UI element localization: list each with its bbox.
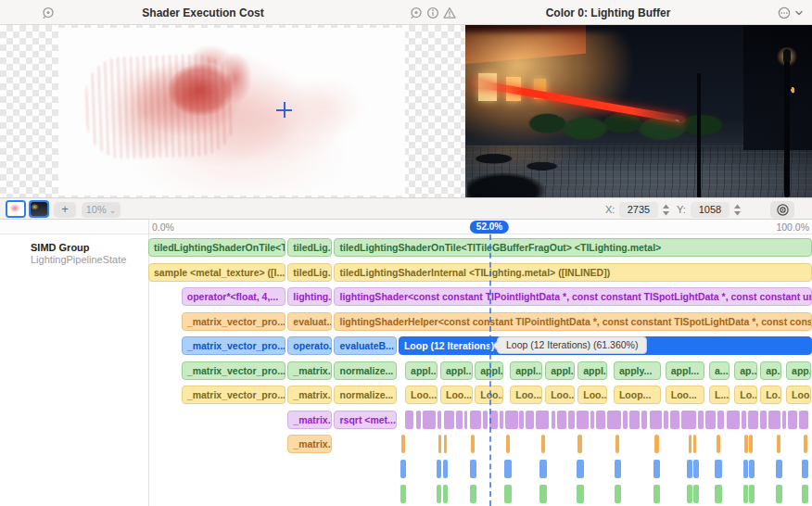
flame-sliver[interactable]: [715, 485, 721, 503]
flame-sliver[interactable]: [470, 411, 481, 429]
flame-sliver[interactable]: [715, 460, 721, 478]
flame-sliver[interactable]: [689, 435, 692, 453]
flame-sliver[interactable]: [519, 411, 523, 429]
flame-sliver[interactable]: [437, 485, 441, 503]
flame-sliver[interactable]: [804, 435, 807, 453]
playhead-percent-badge[interactable]: 52.0%: [470, 221, 509, 234]
flame-segment[interactable]: _matrix_vector_pro...: [182, 386, 285, 404]
flame-sliver[interactable]: [464, 411, 468, 429]
flame-sliver[interactable]: [470, 485, 476, 503]
flame-segment[interactable]: appl...: [577, 361, 607, 380]
flame-sliver[interactable]: [654, 435, 658, 453]
flame-segment[interactable]: app...: [786, 361, 811, 380]
flame-sliver[interactable]: [641, 411, 647, 429]
flame-segment[interactable]: appl...: [510, 361, 542, 380]
flame-sliver[interactable]: [483, 411, 488, 429]
flame-segment[interactable]: tiledLig...: [287, 263, 332, 282]
flame-segment[interactable]: appl...: [666, 361, 704, 380]
flame-segment[interactable]: apply...: [614, 361, 661, 380]
flame-segment[interactable]: tiledLightingShaderOnTile<TI...: [148, 238, 285, 257]
flame-sliver[interactable]: [444, 435, 448, 453]
flame-sliver[interactable]: [405, 411, 413, 429]
flame-sliver[interactable]: [577, 435, 582, 453]
flame-sliver[interactable]: [749, 460, 755, 478]
flame-sliver[interactable]: [423, 411, 436, 429]
flame-segment[interactable]: tiledLig...: [287, 238, 332, 257]
flame-sliver[interactable]: [776, 460, 783, 478]
flame-segment[interactable]: lighting...: [287, 287, 332, 306]
flame-segment[interactable]: _matrix...: [287, 386, 332, 404]
flame-sliver[interactable]: [681, 411, 696, 429]
flame-segment[interactable]: rsqrt <met...: [334, 411, 396, 429]
flame-segment[interactable]: Lo...: [760, 386, 781, 404]
flame-segment[interactable]: L...: [709, 386, 730, 404]
flame-sliver[interactable]: [768, 411, 780, 429]
flame-segment[interactable]: evaluateB...: [334, 336, 396, 355]
flame-sliver[interactable]: [615, 435, 619, 453]
flame-segment[interactable]: _matrix...: [287, 435, 332, 453]
y-coordinate-field[interactable]: 1058: [691, 202, 730, 218]
playhead-line[interactable]: [489, 234, 491, 506]
flame-sliver[interactable]: [760, 411, 766, 429]
loupe-icon[interactable]: [409, 6, 424, 20]
flame-segment[interactable]: _matrix...: [287, 411, 332, 429]
flame-sliver[interactable]: [670, 411, 679, 429]
flame-sliver[interactable]: [504, 460, 511, 478]
flame-sliver[interactable]: [416, 411, 421, 429]
flame-sliver[interactable]: [687, 460, 692, 478]
flame-segment[interactable]: Loo...: [405, 386, 438, 404]
warning-icon[interactable]: [442, 6, 457, 20]
flame-sliver[interactable]: [623, 411, 628, 429]
flame-sliver[interactable]: [443, 460, 448, 478]
flame-sliver[interactable]: [596, 411, 604, 429]
flame-sliver[interactable]: [539, 485, 546, 503]
flame-segment[interactable]: sample <metal_texture> ([I...: [148, 263, 285, 282]
flame-sliver[interactable]: [687, 485, 692, 503]
flame-segment[interactable]: Loo...: [545, 386, 575, 404]
flame-sliver[interactable]: [505, 411, 518, 429]
flame-segment[interactable]: operator*<float, 4,...: [182, 287, 285, 306]
flame-sliver[interactable]: [568, 411, 574, 429]
flame-segment[interactable]: normalize...: [334, 386, 396, 404]
flame-sliver[interactable]: [802, 485, 808, 503]
flame-segment[interactable]: Loop...: [614, 386, 661, 404]
flame-sliver[interactable]: [705, 411, 716, 429]
flame-sliver[interactable]: [653, 485, 660, 503]
flame-segment[interactable]: Loo...: [510, 386, 542, 404]
loupe-icon[interactable]: [41, 6, 56, 20]
flame-sliver[interactable]: [693, 485, 699, 503]
flame-segment[interactable]: _matrix_vector_pro...: [182, 312, 285, 331]
center-on-pixel-button[interactable]: [770, 201, 794, 219]
flame-sliver[interactable]: [717, 435, 720, 453]
flame-sliver[interactable]: [629, 411, 640, 429]
flame-sliver[interactable]: [500, 411, 503, 429]
flame-sliver[interactable]: [470, 460, 476, 478]
zoom-level-dropdown[interactable]: 10% ⌄: [82, 202, 121, 218]
flame-segment[interactable]: Lo...: [734, 386, 757, 404]
flame-segment[interactable]: tiledLightingShaderInternal <TILighting.…: [334, 263, 812, 282]
flame-segment[interactable]: appl...: [440, 361, 473, 380]
flame-sliver[interactable]: [438, 435, 442, 453]
flame-sliver[interactable]: [438, 411, 441, 429]
x-stepper[interactable]: [661, 202, 671, 218]
flame-segment[interactable]: appl...: [405, 361, 438, 380]
flame-sliver[interactable]: [743, 485, 749, 503]
flame-sliver[interactable]: [577, 485, 584, 503]
flame-sliver[interactable]: [437, 460, 441, 478]
flame-segment[interactable]: tiledLightingShaderOnTile<TITileGBufferF…: [334, 238, 812, 257]
flame-segment[interactable]: evaluat...: [287, 312, 332, 331]
flame-sliver[interactable]: [799, 411, 808, 429]
flame-sliver[interactable]: [777, 435, 780, 453]
flame-sliver[interactable]: [400, 485, 406, 503]
flame-segment[interactable]: Loo...: [577, 386, 607, 404]
flame-sliver[interactable]: [717, 411, 724, 429]
flame-sliver[interactable]: [607, 411, 621, 429]
flame-sliver[interactable]: [444, 411, 454, 429]
flame-sliver[interactable]: [693, 435, 697, 453]
flame-segment[interactable]: Loo...: [666, 386, 704, 404]
shader-cost-heatmap-image[interactable]: [58, 28, 405, 196]
flame-sliver[interactable]: [456, 411, 462, 429]
flame-sliver[interactable]: [615, 460, 621, 478]
flame-sliver[interactable]: [400, 460, 406, 478]
flame-sliver[interactable]: [698, 411, 704, 429]
